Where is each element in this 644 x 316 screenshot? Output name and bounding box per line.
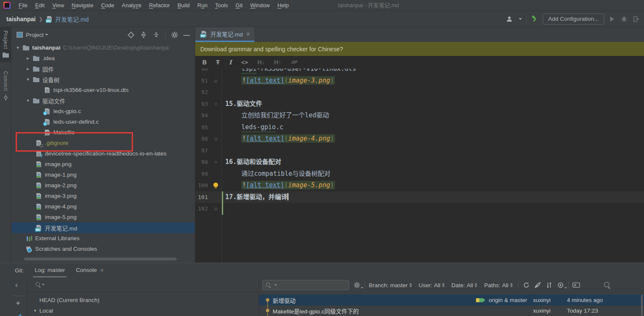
- menu-refactor[interactable]: Refactor: [145, 0, 174, 11]
- tree-item[interactable]: image-5.png: [11, 212, 195, 222]
- collapse-all-icon[interactable]: [152, 31, 160, 39]
- editor-line[interactable]: 99通过compatible与设备树配对: [195, 168, 644, 180]
- commit-search-field[interactable]: [263, 280, 349, 290]
- editor-line[interactable]: 98▿16.驱动和设备配对: [195, 156, 644, 168]
- chevron-right-icon[interactable]: ▸: [23, 66, 33, 72]
- collapse-left-icon[interactable]: ‹: [15, 281, 18, 289]
- refresh-icon[interactable]: [522, 281, 530, 289]
- close-tab-icon[interactable]: ✕: [100, 263, 104, 277]
- tree-item[interactable]: External Libraries: [11, 233, 195, 244]
- git-tab-console[interactable]: Console✕: [76, 263, 104, 277]
- tree-item[interactable]: Makefile: [11, 127, 195, 138]
- commit-row[interactable]: Makefile是led-gpio.c同级文件下的xuxinyiToday 17…: [259, 305, 644, 316]
- branch-search-field[interactable]: [28, 277, 259, 292]
- tree-item[interactable]: ▸固件: [11, 64, 195, 74]
- tree-item[interactable]: Scratches and Consoles: [11, 244, 195, 254]
- tree-item[interactable]: ▾taishanpaiC:\Users\QINGJUE\Desktop\git\…: [11, 42, 195, 53]
- fold-marker[interactable]: [210, 122, 221, 133]
- fold-marker[interactable]: [210, 69, 221, 75]
- menu-help[interactable]: Help: [274, 0, 293, 11]
- tree-item[interactable]: image-1.png: [11, 169, 195, 180]
- project-panel-title[interactable]: Project: [26, 32, 44, 38]
- chevron-down-icon[interactable]: ▾: [23, 77, 33, 82]
- tree-item[interactable]: tspi-rk3566-user-v10-linux.dts: [11, 85, 195, 95]
- editor-line[interactable]: 95leds-gpio.c: [195, 122, 644, 133]
- fold-marker[interactable]: ⌂: [210, 133, 221, 145]
- select-opened-file-icon[interactable]: [127, 31, 135, 39]
- menu-tools[interactable]: Tools: [211, 0, 232, 11]
- filter-user[interactable]: User:All: [419, 282, 445, 288]
- build-hammer-icon[interactable]: [531, 15, 539, 23]
- filter-date[interactable]: Date:All: [451, 282, 477, 288]
- tree-item[interactable]: image-2.png: [11, 180, 195, 191]
- breadcrumb-file[interactable]: 开发笔记.md: [55, 15, 88, 23]
- menu-code[interactable]: Code: [97, 0, 118, 11]
- menu-edit[interactable]: Edit: [31, 0, 48, 11]
- fold-marker[interactable]: [210, 86, 221, 98]
- editor-line[interactable]: 102⌂: [195, 203, 644, 215]
- patch-icon[interactable]: [572, 281, 580, 289]
- tree-item[interactable]: ?devicetree-specification-readthedocs-io…: [11, 148, 195, 159]
- menu-run[interactable]: Run: [193, 0, 211, 11]
- filter-branch[interactable]: Branch:master: [369, 282, 412, 288]
- menu-window[interactable]: Window: [246, 0, 274, 11]
- fold-marker[interactable]: [210, 168, 221, 180]
- bold-icon[interactable]: B: [202, 59, 207, 66]
- tree-item[interactable]: image-4.png: [11, 201, 195, 212]
- add-icon[interactable]: +: [16, 299, 20, 308]
- go-to-hash-icon[interactable]: [534, 281, 542, 289]
- fold-marker[interactable]: [210, 191, 221, 203]
- tree-item[interactable]: MD开发笔记.md: [11, 222, 195, 233]
- italic-icon[interactable]: I: [229, 59, 232, 66]
- editor-line[interactable]: 92: [195, 86, 644, 98]
- fold-marker[interactable]: [210, 145, 221, 157]
- tree-item[interactable]: cleds-user-defind.c: [11, 116, 195, 127]
- expand-all-icon[interactable]: [140, 31, 147, 39]
- tree-item[interactable]: .gitignore: [11, 138, 195, 148]
- branch-list-item[interactable]: HEAD (Current Branch): [28, 295, 259, 305]
- edit-icon[interactable]: [16, 313, 21, 316]
- chevron-down-icon[interactable]: ▾: [23, 98, 33, 103]
- breadcrumb-project[interactable]: taishanpai: [6, 16, 36, 22]
- menu-file[interactable]: File: [15, 0, 31, 11]
- search-options-caret[interactable]: [274, 284, 277, 286]
- editor-body[interactable]: 90tspi-rk3566-user-v10-linux.dts91⌂![alt…: [195, 69, 644, 263]
- commit-row[interactable]: 新增驱动origin & masterxuxinyi4 minutes ago: [259, 295, 644, 305]
- fold-marker[interactable]: [210, 110, 221, 122]
- sort-icon[interactable]: [545, 281, 553, 289]
- markdown-link[interactable]: [alt text]: [246, 77, 284, 84]
- tree-item[interactable]: ▾驱动文件: [11, 95, 195, 106]
- chevron-right-icon[interactable]: ▸: [23, 55, 33, 61]
- vertical-scrollbar[interactable]: [641, 295, 643, 316]
- settings-gear-icon[interactable]: [353, 281, 361, 289]
- preview-diff-icon[interactable]: [557, 281, 564, 289]
- add-configuration-button[interactable]: Add Configuration...: [543, 14, 604, 25]
- tree-item[interactable]: cleds-gpio.c: [11, 106, 195, 116]
- chevron-down-icon[interactable]: ▾: [13, 45, 22, 50]
- tree-item[interactable]: image.png: [11, 159, 195, 169]
- fold-marker[interactable]: ▿: [210, 98, 221, 110]
- hide-panel-icon[interactable]: —: [183, 31, 190, 39]
- editor-line[interactable]: 100![alt text](image-5.png): [195, 180, 644, 191]
- menu-navigate[interactable]: Navigate: [68, 0, 97, 11]
- tree-item[interactable]: ▾设备树: [11, 74, 195, 85]
- user-account-icon[interactable]: [506, 15, 513, 23]
- horizontal-scrollbar[interactable]: [24, 258, 177, 261]
- menu-git[interactable]: Git: [232, 0, 246, 11]
- filter-paths[interactable]: Paths:All: [484, 282, 512, 288]
- strikethrough-icon[interactable]: T: [216, 59, 220, 66]
- intention-bulb-icon[interactable]: [210, 180, 221, 191]
- chevron-down-icon[interactable]: ▾: [31, 308, 39, 313]
- branch-list-item[interactable]: ▾Local: [28, 305, 259, 316]
- editor-line[interactable]: 10117.新增驱动，并编译: [195, 191, 644, 203]
- editor-line[interactable]: 97: [195, 145, 644, 157]
- close-tab-icon[interactable]: ✕: [246, 31, 251, 37]
- editor-line[interactable]: 96⌂![alt text](image-4.png): [195, 133, 644, 145]
- markdown-link[interactable]: [alt text]: [246, 181, 284, 189]
- fold-marker[interactable]: ⌂: [210, 75, 221, 87]
- git-tab-log-master[interactable]: Log: master: [35, 263, 65, 277]
- app-logo-icon[interactable]: [3, 2, 11, 9]
- tool-window-button-project[interactable]: Project: [0, 27, 11, 62]
- tree-item[interactable]: ▸.idea: [11, 53, 195, 64]
- editor-line[interactable]: 93▿15.驱动文件: [195, 98, 644, 110]
